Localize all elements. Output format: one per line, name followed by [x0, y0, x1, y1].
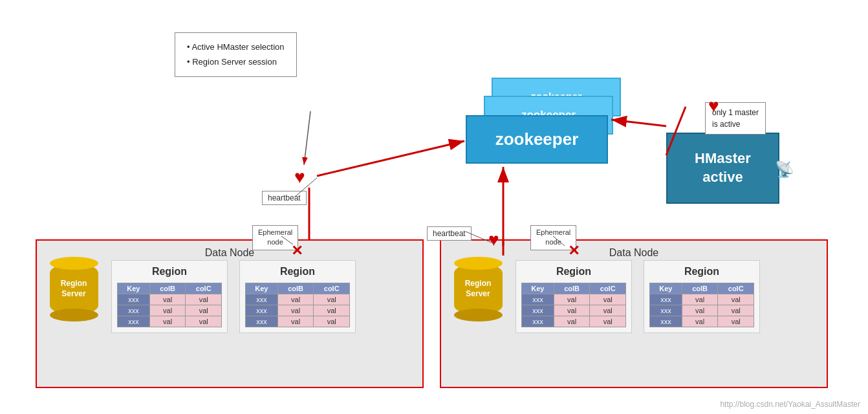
table-row: xxx val val — [522, 316, 626, 327]
cylinder-right: Region Server — [454, 263, 503, 315]
diagram-container: • Active HMaster selection • Region Serv… — [0, 0, 868, 414]
regions-left: Region Key colB colC xxx val val — [111, 260, 356, 333]
region-block-right-1: Region Key colB colC xxx val val — [515, 260, 632, 333]
region-block-left-1: Region Key colB colC xxx val val — [111, 260, 228, 333]
table-row: xxx val val — [118, 294, 222, 305]
hmaster-box: HMaster active — [666, 133, 779, 204]
table-row: xxx val val — [246, 305, 350, 316]
hmaster-label: HMaster active — [695, 149, 751, 186]
data-node-left-label: Data Node — [205, 247, 255, 259]
region-block-left-2: Region Key colB colC xxx val val — [239, 260, 356, 333]
region-server-right: Region Server — [449, 263, 507, 315]
heartbeat-label-left: heartbeat — [262, 191, 307, 205]
region-server-left: Region Server — [45, 263, 103, 315]
data-node-right: Data Node Region Server Region Key col — [440, 239, 828, 388]
region-table-left-2: Key colB colC xxx val val xxx — [245, 283, 350, 327]
table-row: xxx val val — [522, 305, 626, 316]
region-block-right-2: Region Key colB colC xxx val val — [644, 260, 760, 333]
data-node-right-label: Data Node — [609, 247, 659, 259]
table-row: xxx val val — [246, 316, 350, 327]
svg-line-2 — [317, 141, 464, 176]
table-row: xxx val val — [118, 305, 222, 316]
heart-right: ♥ — [488, 230, 499, 250]
heart-top: ♥ — [708, 96, 719, 116]
info-bullet-1: • Active HMaster selection — [187, 39, 285, 54]
region-table-left-1: Key colB colC xxx val val xxx — [117, 283, 222, 327]
table-row: xxx val val — [650, 316, 754, 327]
regions-right: Region Key colB colC xxx val val — [515, 260, 760, 333]
table-row: xxx val val — [118, 316, 222, 327]
watermark: http://blog.csdn.net/Yaokai_AssultMaster — [720, 400, 860, 409]
table-row: xxx val val — [650, 294, 754, 305]
table-row: xxx val val — [246, 294, 350, 305]
svg-line-8 — [304, 111, 310, 165]
table-row: xxx val val — [650, 305, 754, 316]
heart-left: ♥ — [294, 167, 305, 188]
svg-line-4 — [611, 120, 666, 126]
zookeeper-main: zookeeper — [466, 115, 608, 164]
wifi-signal-icon: 📡 — [775, 160, 794, 179]
region-table-right-1: Key colB colC xxx val val xxx — [521, 283, 626, 327]
cylinder-left: Region Server — [50, 263, 98, 315]
info-box: • Active HMaster selection • Region Serv… — [175, 32, 297, 77]
region-table-right-2: Key colB colC xxx val val xxx — [649, 283, 754, 327]
red-x-left: ✕ — [291, 243, 303, 259]
table-row: xxx val val — [522, 294, 626, 305]
data-node-left: Data Node Region Server Region Key col — [36, 239, 424, 388]
info-bullet-2: • Region Server session — [187, 54, 285, 69]
heartbeat-label-right: heartbeat — [427, 226, 472, 241]
red-x-right: ✕ — [568, 243, 580, 259]
